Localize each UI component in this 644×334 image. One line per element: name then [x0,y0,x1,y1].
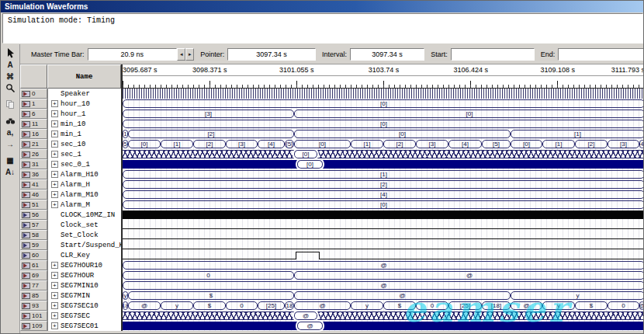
signal-name-Clock_set[interactable]: +Clock_set [48,220,121,230]
pin-row-77[interactable]: 77 [20,280,47,291]
pin-row-26[interactable]: 26 [20,149,47,159]
waveform-lane-SEG7SEC10[interactable]: [18]@y$0[25][18]@y$0[25][18]@y$0@ [123,301,644,311]
edit-tool-icon[interactable]: ⌘ [4,71,17,82]
waveform-lane-SEG7HOUR[interactable]: 0@ [123,270,644,280]
signal-name-SEG7SEC10[interactable]: +SEG7SEC10 [48,301,121,311]
pin-row-41[interactable]: 41 [20,179,47,190]
interval-field[interactable]: 3097.34 s [350,48,424,61]
pin-row-60[interactable]: 60 [20,250,47,260]
expand-box[interactable]: + [51,201,58,208]
waveform-lane-Alarm_M10[interactable]: [4] [123,190,644,200]
signal-name-Alarm_H10[interactable]: +Alarm_H10 [48,169,121,179]
signal-name-min_1[interactable]: +min_1 [48,129,121,139]
waveform-lane-sec_10[interactable]: 5[0][1][2][3][4][5][0][1][2][3][4][5][0]… [123,139,644,149]
sort-tool-icon[interactable]: A↓ [4,166,17,177]
expand-box[interactable]: + [51,100,58,107]
expand-box[interactable]: + [51,312,58,319]
expand-box[interactable]: + [51,151,58,158]
expand-box[interactable]: + [51,262,58,269]
selection-tool-icon[interactable] [4,47,17,58]
waveform-lane-Speaker[interactable] [123,89,644,99]
signal-name-SEG7MIN[interactable]: +SEG7MIN [48,291,121,301]
waveform-lane-hour_1[interactable]: [3][0] [123,109,644,119]
end-field[interactable] [558,48,644,61]
waveform-lane-Alarm_H[interactable]: [2] [123,179,644,190]
expand-box[interactable]: + [51,322,58,329]
signal-name-Set_Clock[interactable]: +Set_Clock [48,230,121,240]
waveform-lane-CLOCK_10MZ_IN[interactable] [123,210,644,220]
pin-row-101[interactable]: 101 [20,311,47,321]
pin-row-69[interactable]: 69 [20,270,47,280]
pin-row-1[interactable]: 1 [20,99,47,109]
signal-name-SEG7SEC[interactable]: +SEG7SEC [48,311,121,321]
pin-row-36[interactable]: 36 [20,169,47,179]
waveform-lane-SEG7SEC[interactable]: @ [123,311,644,321]
waveform-lane-Set_Clock[interactable] [123,230,644,240]
text-tool-icon[interactable]: A [4,59,17,70]
find-tool-icon[interactable] [4,115,17,126]
waveform-lane-SEG7SEC01[interactable]: @ [123,321,644,331]
replace-tool-icon[interactable]: a, [4,127,17,137]
signal-name-sec_0_1[interactable]: +sec_0_1 [48,159,121,169]
signal-name-Alarm_M[interactable]: +Alarm_M [48,200,121,210]
expand-box[interactable]: + [51,191,58,198]
pin-row-21[interactable]: 21 [20,139,47,149]
master-time-bar-field[interactable]: 20.9 ns [88,48,178,61]
pin-row-109[interactable]: 109 [20,321,47,331]
pin-row-56[interactable]: 56 [20,210,47,220]
expand-box[interactable]: + [51,171,58,178]
signal-name-SEG7HOUR[interactable]: +SEG7HOUR [48,270,121,280]
signal-name-SEG7HOUR10[interactable]: +SEG7HOUR10 [48,260,121,270]
signal-name-CLR_Key[interactable]: +CLR_Key [48,250,121,260]
signal-name-Alarm_M10[interactable]: +Alarm_M10 [48,190,121,200]
start-field[interactable] [451,48,535,61]
expand-box[interactable]: + [51,272,58,279]
expand-box[interactable]: + [51,181,58,188]
waveform-lane-sec_1[interactable]: [0] [123,149,644,159]
waveform-lane-min_1[interactable]: 1[2][0][1] [123,129,644,139]
expand-box[interactable]: + [51,302,58,309]
waveform-lane-CLR_Key[interactable] [123,250,644,260]
waveform-lane-Start/Suspend_Key[interactable] [123,240,644,250]
pointer-field[interactable]: 3097.34 s [227,48,316,61]
signal-name-CLOCK_10MZ_IN[interactable]: +CLOCK_10MZ_IN [48,210,121,220]
copy-tool-icon[interactable] [4,99,17,110]
expand-box[interactable]: + [51,161,58,168]
pin-row-57[interactable]: 57 [20,220,47,230]
signal-name-sec_10[interactable]: +sec_10 [48,139,121,149]
expand-box[interactable]: + [51,141,58,148]
pin-row-58[interactable]: 58 [20,230,47,240]
signal-name-hour_10[interactable]: +hour_10 [48,99,121,109]
waveform-lane-Alarm_M[interactable]: [0] [123,200,644,210]
expand-box[interactable]: + [51,110,58,117]
spinner-left-button[interactable]: ◂ [177,48,185,61]
signal-name-SEG7MIN10[interactable]: +SEG7MIN10 [48,280,121,291]
pattern-tool-icon[interactable]: ▦ [4,155,17,165]
pin-row-31[interactable]: 31 [20,159,47,169]
signal-name-Start/Suspend_Key[interactable]: +Start/Suspend_Key [48,240,121,250]
name-column-header[interactable]: Name [47,64,121,89]
spinner-right-button[interactable]: ▸ [185,48,194,61]
waveform-lane-min_10[interactable]: [0] [123,119,644,129]
pin-row-6[interactable]: 6 [20,109,47,119]
waveform-lane-hour_10[interactable]: [0] [123,99,644,109]
window-titlebar[interactable]: Simulation Waveforms [1,1,644,12]
waveform-lane-SEG7MIN[interactable]: y$@y [123,291,644,301]
pin-row-51[interactable]: 51 [20,200,47,210]
pin-row-93[interactable]: 93 [20,301,47,311]
waveform-lane-Alarm_H10[interactable]: [1] [123,169,644,179]
pin-row-61[interactable]: 61 [20,260,47,270]
signal-name-SEG7SEC01[interactable]: +SEG7SEC01 [48,321,121,331]
expand-box[interactable]: + [51,120,58,127]
pin-row-0[interactable]: 0 [20,89,47,99]
pin-row-46[interactable]: 46 [20,190,47,200]
expand-box[interactable]: + [51,292,58,299]
pin-row-85[interactable]: 85 [20,291,47,301]
waveform-area[interactable]: [0][3][0][0]1[2][0][1]5[0][1][2][3][4][5… [123,89,644,331]
pin-row-11[interactable]: 11 [20,119,47,129]
zoom-tool-icon[interactable] [4,82,17,93]
signal-name-min_10[interactable]: +min_10 [48,119,121,129]
next-transition-tool-icon[interactable]: → [4,138,17,149]
waveform-lane-SEG7MIN10[interactable]: @ [123,280,644,291]
pin-row-16[interactable]: 16 [20,129,47,139]
